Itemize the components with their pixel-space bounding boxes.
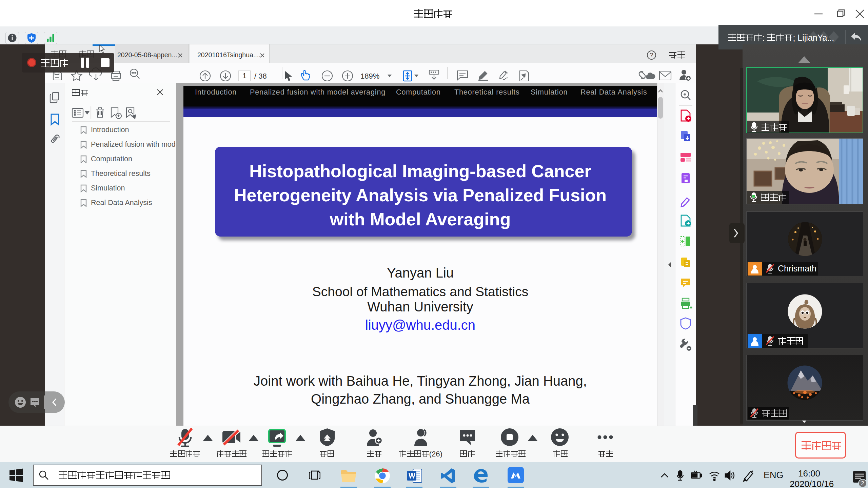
svg-text:16:00: 16:00 bbox=[798, 468, 820, 479]
svg-text:1: 1 bbox=[242, 72, 246, 80]
svg-text:189%: 189% bbox=[360, 72, 379, 80]
svg-text:ENG: ENG bbox=[764, 470, 784, 480]
svg-text:/ 38: / 38 bbox=[254, 72, 267, 80]
svg-text:2020/10/16: 2020/10/16 bbox=[790, 479, 834, 488]
